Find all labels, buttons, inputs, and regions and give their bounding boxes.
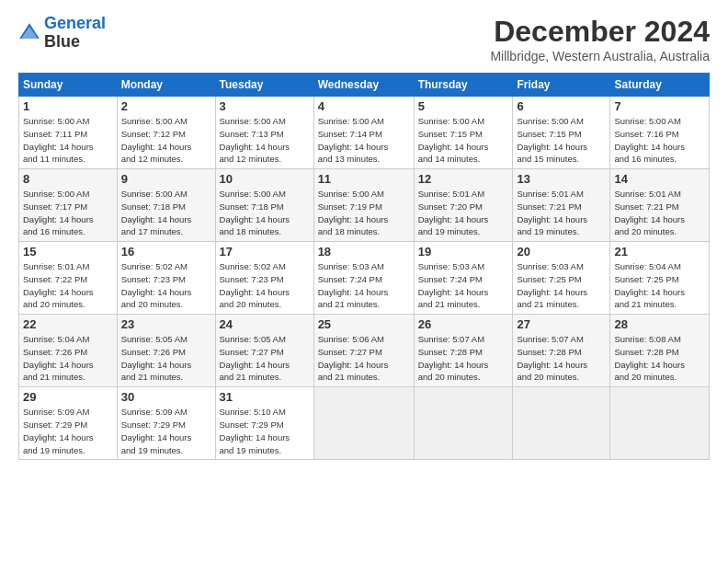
day-number: 25	[318, 317, 410, 331]
calendar-cell: 20Sunrise: 5:03 AMSunset: 7:25 PMDayligh…	[513, 242, 610, 315]
day-detail: Sunrise: 5:09 AMSunset: 7:29 PMDaylight:…	[121, 406, 211, 456]
day-detail: Sunrise: 5:09 AMSunset: 7:29 PMDaylight:…	[23, 406, 113, 456]
title-block: December 2024 Millbridge, Western Austra…	[490, 15, 710, 63]
calendar-table: Sunday Monday Tuesday Wednesday Thursday…	[18, 73, 710, 460]
calendar-cell: 12Sunrise: 5:01 AMSunset: 7:20 PMDayligh…	[414, 169, 513, 242]
calendar-cell: 27Sunrise: 5:07 AMSunset: 7:28 PMDayligh…	[513, 315, 610, 387]
calendar-cell: 4Sunrise: 5:00 AMSunset: 7:14 PMDaylight…	[313, 97, 414, 169]
day-detail: Sunrise: 5:00 AMSunset: 7:18 PMDaylight:…	[121, 188, 211, 238]
calendar-cell: 26Sunrise: 5:07 AMSunset: 7:28 PMDayligh…	[414, 315, 513, 387]
day-detail: Sunrise: 5:03 AMSunset: 7:25 PMDaylight:…	[517, 260, 606, 311]
calendar-cell: 22Sunrise: 5:04 AMSunset: 7:26 PMDayligh…	[19, 315, 118, 387]
day-number: 18	[318, 245, 410, 259]
day-number: 12	[418, 172, 509, 186]
day-detail: Sunrise: 5:01 AMSunset: 7:21 PMDaylight:…	[517, 188, 606, 238]
calendar-cell: 6Sunrise: 5:00 AMSunset: 7:15 PMDaylight…	[513, 97, 610, 169]
day-detail: Sunrise: 5:01 AMSunset: 7:20 PMDaylight:…	[418, 188, 509, 238]
day-number: 3	[220, 99, 310, 113]
header-tuesday: Tuesday	[215, 74, 313, 97]
day-number: 21	[614, 245, 705, 259]
day-number: 9	[121, 172, 211, 186]
calendar-header-row: Sunday Monday Tuesday Wednesday Thursday…	[19, 74, 710, 97]
day-number: 20	[517, 245, 606, 259]
day-detail: Sunrise: 5:10 AMSunset: 7:29 PMDaylight:…	[220, 406, 310, 456]
day-number: 23	[121, 317, 211, 331]
logo-icon	[18, 22, 40, 44]
day-number: 27	[517, 317, 606, 331]
calendar-cell: 21Sunrise: 5:04 AMSunset: 7:25 PMDayligh…	[610, 242, 710, 315]
calendar-cell: 15Sunrise: 5:01 AMSunset: 7:22 PMDayligh…	[19, 242, 118, 315]
day-number: 24	[220, 317, 310, 331]
day-detail: Sunrise: 5:00 AMSunset: 7:17 PMDaylight:…	[23, 188, 113, 238]
day-number: 14	[614, 172, 705, 186]
day-detail: Sunrise: 5:00 AMSunset: 7:15 PMDaylight:…	[517, 115, 606, 166]
day-detail: Sunrise: 5:00 AMSunset: 7:12 PMDaylight:…	[121, 115, 211, 166]
calendar-cell: 9Sunrise: 5:00 AMSunset: 7:18 PMDaylight…	[117, 169, 215, 242]
day-number: 28	[614, 317, 705, 331]
day-detail: Sunrise: 5:00 AMSunset: 7:14 PMDaylight:…	[318, 115, 410, 166]
calendar-cell: 2Sunrise: 5:00 AMSunset: 7:12 PMDaylight…	[117, 97, 215, 169]
day-number: 6	[517, 99, 606, 113]
day-number: 5	[418, 99, 509, 113]
day-detail: Sunrise: 5:01 AMSunset: 7:22 PMDaylight:…	[23, 260, 113, 311]
day-detail: Sunrise: 5:02 AMSunset: 7:23 PMDaylight:…	[220, 260, 310, 311]
day-number: 10	[220, 172, 310, 186]
calendar-cell: 31Sunrise: 5:10 AMSunset: 7:29 PMDayligh…	[215, 387, 313, 460]
month-title: December 2024	[490, 15, 710, 49]
calendar-cell: 17Sunrise: 5:02 AMSunset: 7:23 PMDayligh…	[215, 242, 313, 315]
day-detail: Sunrise: 5:00 AMSunset: 7:15 PMDaylight:…	[418, 115, 509, 166]
calendar-cell: 1Sunrise: 5:00 AMSunset: 7:11 PMDaylight…	[19, 97, 118, 169]
calendar-cell: 10Sunrise: 5:00 AMSunset: 7:18 PMDayligh…	[215, 169, 313, 242]
day-number: 16	[121, 245, 211, 259]
day-number: 11	[318, 172, 410, 186]
location-subtitle: Millbridge, Western Australia, Australia	[490, 49, 710, 63]
day-detail: Sunrise: 5:00 AMSunset: 7:18 PMDaylight:…	[220, 188, 310, 238]
day-number: 22	[23, 317, 113, 331]
day-detail: Sunrise: 5:05 AMSunset: 7:26 PMDaylight:…	[121, 333, 211, 384]
calendar-cell	[414, 387, 513, 460]
day-detail: Sunrise: 5:00 AMSunset: 7:19 PMDaylight:…	[318, 188, 410, 238]
calendar-cell: 23Sunrise: 5:05 AMSunset: 7:26 PMDayligh…	[117, 315, 215, 387]
calendar-cell: 11Sunrise: 5:00 AMSunset: 7:19 PMDayligh…	[313, 169, 414, 242]
calendar-cell: 13Sunrise: 5:01 AMSunset: 7:21 PMDayligh…	[513, 169, 610, 242]
logo-text: GeneralBlue	[44, 15, 106, 52]
calendar-cell: 29Sunrise: 5:09 AMSunset: 7:29 PMDayligh…	[19, 387, 118, 460]
calendar-cell: 8Sunrise: 5:00 AMSunset: 7:17 PMDaylight…	[19, 169, 118, 242]
calendar-row: 22Sunrise: 5:04 AMSunset: 7:26 PMDayligh…	[19, 315, 710, 387]
day-number: 2	[121, 99, 211, 113]
header-friday: Friday	[513, 74, 610, 97]
calendar-cell: 16Sunrise: 5:02 AMSunset: 7:23 PMDayligh…	[117, 242, 215, 315]
day-number: 4	[318, 99, 410, 113]
calendar-row: 15Sunrise: 5:01 AMSunset: 7:22 PMDayligh…	[19, 242, 710, 315]
calendar-row: 1Sunrise: 5:00 AMSunset: 7:11 PMDaylight…	[19, 97, 710, 169]
day-number: 30	[121, 390, 211, 404]
day-number: 31	[220, 390, 310, 404]
day-number: 26	[418, 317, 509, 331]
calendar-cell: 30Sunrise: 5:09 AMSunset: 7:29 PMDayligh…	[117, 387, 215, 460]
day-detail: Sunrise: 5:00 AMSunset: 7:13 PMDaylight:…	[220, 115, 310, 166]
logo: GeneralBlue	[18, 15, 106, 52]
day-detail: Sunrise: 5:05 AMSunset: 7:27 PMDaylight:…	[220, 333, 310, 384]
day-number: 8	[23, 172, 113, 186]
header-monday: Monday	[117, 74, 215, 97]
day-number: 19	[418, 245, 509, 259]
header-sunday: Sunday	[19, 74, 118, 97]
calendar-cell: 19Sunrise: 5:03 AMSunset: 7:24 PMDayligh…	[414, 242, 513, 315]
day-number: 1	[23, 99, 113, 113]
calendar-cell: 18Sunrise: 5:03 AMSunset: 7:24 PMDayligh…	[313, 242, 414, 315]
day-detail: Sunrise: 5:00 AMSunset: 7:16 PMDaylight:…	[614, 115, 705, 166]
calendar-row: 8Sunrise: 5:00 AMSunset: 7:17 PMDaylight…	[19, 169, 710, 242]
day-detail: Sunrise: 5:02 AMSunset: 7:23 PMDaylight:…	[121, 260, 211, 311]
day-detail: Sunrise: 5:00 AMSunset: 7:11 PMDaylight:…	[23, 115, 113, 166]
day-number: 7	[614, 99, 705, 113]
day-detail: Sunrise: 5:03 AMSunset: 7:24 PMDaylight:…	[318, 260, 410, 311]
calendar-row: 29Sunrise: 5:09 AMSunset: 7:29 PMDayligh…	[19, 387, 710, 460]
header-saturday: Saturday	[610, 74, 710, 97]
day-detail: Sunrise: 5:07 AMSunset: 7:28 PMDaylight:…	[517, 333, 606, 384]
day-detail: Sunrise: 5:03 AMSunset: 7:24 PMDaylight:…	[418, 260, 509, 311]
calendar-cell: 14Sunrise: 5:01 AMSunset: 7:21 PMDayligh…	[610, 169, 710, 242]
day-number: 17	[220, 245, 310, 259]
day-number: 29	[23, 390, 113, 404]
day-detail: Sunrise: 5:07 AMSunset: 7:28 PMDaylight:…	[418, 333, 509, 384]
page-header: GeneralBlue December 2024 Millbridge, We…	[18, 15, 710, 63]
